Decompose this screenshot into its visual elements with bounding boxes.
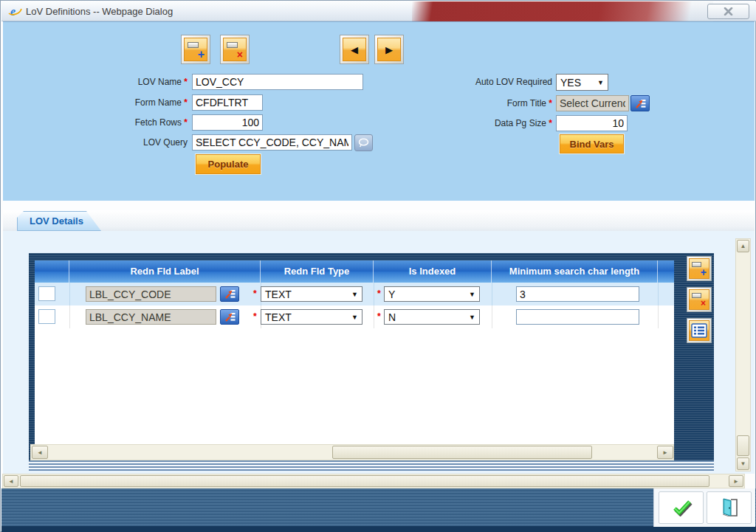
row-select-box[interactable] (38, 309, 55, 324)
lov-query-input[interactable] (192, 134, 352, 151)
page-v-scroll-thumb[interactable] (737, 435, 749, 456)
scroll-up-button[interactable]: ▲ (737, 240, 749, 252)
grid-frame-left (29, 253, 35, 460)
arrow-left-icon: ◀ (343, 38, 365, 61)
lov-query-label: LOV Query (44, 137, 188, 148)
data-pg-size-label: Data Pg Size * (408, 118, 552, 128)
grid-header-redn-fld-type: Redn Fld Type (261, 260, 374, 283)
bind-vars-button[interactable]: Bind Vars (560, 134, 624, 153)
auto-lov-required-label: Auto LOV Required (408, 77, 552, 87)
required-marker: * (377, 311, 381, 322)
grid-row-2: * TEXT ▼ * N ▼ (35, 305, 674, 328)
redn-fld-label-lov-button[interactable] (220, 286, 239, 302)
record-icon (227, 42, 238, 48)
grid-add-row-button[interactable]: + (687, 256, 712, 281)
previous-record-button[interactable]: ◀ (340, 35, 369, 64)
list-details-icon (691, 323, 707, 338)
lov-details-body: Redn Fld Label Redn Fld Type Is Indexed … (3, 231, 755, 474)
min-search-len-input[interactable] (516, 309, 639, 325)
add-record-button[interactable]: + (181, 35, 210, 64)
tab-lov-details[interactable]: LOV Details (17, 211, 101, 231)
next-record-button[interactable]: ▶ (374, 35, 404, 64)
internet-explorer-icon: e (8, 4, 22, 18)
dialog-window: e LoV Definitions -- Webpage Dialog + × … (0, 0, 756, 532)
grid-h-scrollbar[interactable]: ◄ ► (30, 444, 674, 460)
close-button[interactable] (707, 4, 749, 19)
scroll-right-icon: ► (733, 478, 739, 485)
required-marker: * (253, 289, 257, 299)
svg-text:e: e (10, 5, 16, 18)
redn-fld-type-select[interactable]: TEXT ▼ (261, 286, 362, 302)
required-marker: * (377, 289, 381, 299)
panel-divider (3, 201, 755, 210)
record-icon (692, 293, 701, 298)
grid-frame-right (674, 253, 714, 460)
cross-icon: × (237, 49, 243, 60)
grid-header-min-search-len: Minimum search char length (492, 260, 658, 283)
edit-query-button[interactable] (354, 134, 373, 151)
page-h-scroll-thumb[interactable] (20, 475, 709, 487)
chevron-down-icon: ▼ (597, 79, 604, 86)
grid-frame-top (29, 253, 714, 260)
form-title-label: Form Title * (408, 98, 552, 108)
scroll-right-icon: ► (662, 449, 668, 456)
required-marker: * (253, 311, 257, 322)
exit-button[interactable] (707, 491, 752, 524)
scroll-left-icon: ◄ (8, 478, 14, 485)
is-indexed-select[interactable]: Y ▼ (384, 286, 480, 302)
grid-empty-area (35, 328, 674, 444)
title-bar: e LoV Definitions -- Webpage Dialog (1, 1, 756, 21)
redn-fld-type-select[interactable]: TEXT ▼ (261, 309, 362, 325)
page-h-scrollbar[interactable]: ◄ ► (2, 474, 745, 488)
scroll-down-button[interactable]: ▼ (737, 457, 749, 470)
populate-button[interactable]: Populate (196, 154, 261, 174)
scroll-left-button[interactable]: ◄ (32, 446, 48, 459)
lov-name-input[interactable] (192, 74, 363, 90)
redn-fld-label-input[interactable] (86, 286, 216, 302)
plus-icon: + (198, 49, 205, 61)
lov-lookup-icon (224, 289, 236, 300)
page-v-scrollbar[interactable]: ▲ ▼ (735, 238, 751, 471)
chevron-down-icon: ▼ (351, 291, 358, 298)
row-select-box[interactable] (38, 286, 55, 301)
grid-header-spacer (658, 260, 674, 283)
grid-delete-row-button[interactable]: × (687, 287, 712, 312)
scroll-left-button[interactable]: ◄ (4, 475, 18, 487)
form-title-lov-button[interactable] (630, 95, 650, 111)
cross-icon: × (701, 298, 706, 308)
plus-icon: + (701, 266, 707, 278)
form-name-label: Form Name * (44, 97, 188, 108)
grid-header-select (35, 260, 69, 283)
data-pg-size-input[interactable] (556, 115, 628, 131)
ok-button[interactable] (659, 491, 704, 524)
arrow-right-icon: ▶ (378, 38, 400, 61)
ok-check-icon (670, 499, 693, 517)
query-editor-icon (357, 137, 370, 148)
grid-details-button[interactable] (687, 318, 712, 343)
min-search-len-input[interactable] (516, 286, 639, 302)
scroll-up-icon: ▲ (740, 243, 746, 249)
form-name-input[interactable] (192, 94, 263, 111)
tab-strip (3, 210, 755, 231)
scroll-right-button[interactable]: ► (729, 475, 743, 487)
grid-header: Redn Fld Label Redn Fld Type Is Indexed … (35, 260, 674, 283)
exit-door-icon (719, 497, 740, 518)
fetch-rows-input[interactable] (192, 114, 263, 131)
grid-frame-bottom (29, 460, 714, 471)
grid-h-scroll-thumb[interactable] (332, 446, 592, 459)
record-icon (188, 42, 199, 48)
chevron-down-icon: ▼ (351, 314, 358, 321)
redn-fld-label-input[interactable] (86, 309, 216, 325)
lov-lookup-icon (634, 98, 647, 109)
redn-fld-label-lov-button[interactable] (220, 309, 239, 325)
delete-record-button[interactable]: × (220, 35, 250, 64)
close-icon (724, 7, 733, 15)
grid-row-1: * TEXT ▼ * Y ▼ (35, 283, 674, 305)
bottom-bar-edge (1, 526, 756, 532)
window-title: LoV Definitions -- Webpage Dialog (26, 6, 173, 17)
lov-name-label: LOV Name * (44, 77, 188, 87)
is-indexed-select[interactable]: N ▼ (384, 309, 480, 325)
auto-lov-required-select[interactable]: YES ▼ (556, 74, 608, 91)
form-title-input[interactable] (556, 95, 629, 111)
scroll-right-button[interactable]: ► (657, 446, 673, 459)
